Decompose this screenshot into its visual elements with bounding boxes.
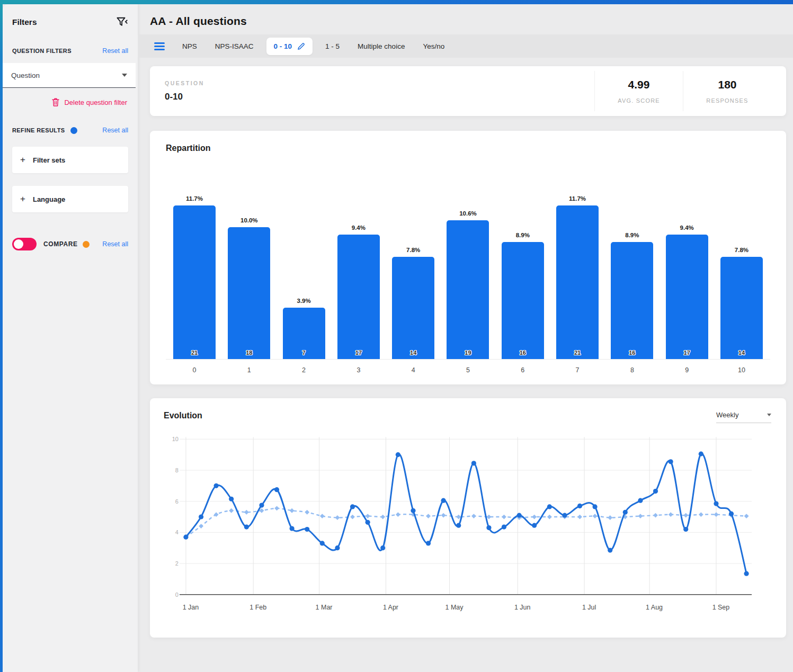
bar: 21 [556,205,599,359]
bar-x-label: 5 [447,366,489,374]
tab-nps[interactable]: NPS [173,42,206,50]
question-summary-card: QUESTION 0-10 4.99 AVG. SCORE 180 RESPON… [150,66,786,116]
responses-value: 180 [683,78,771,91]
edit-icon[interactable] [297,42,305,50]
x-tick-label: 1 May [445,604,464,611]
x-tick-label: 1 Mar [316,604,333,611]
bar-column: 10.0%18 [228,217,270,359]
question-filters-label: QUESTION FILTERS [12,48,72,54]
bar-count-label: 16 [611,350,653,356]
bar-percent-label: 3.9% [297,298,310,304]
y-tick-label: 10 [172,436,179,442]
bar-column: 9.4%17 [666,225,708,359]
tab-0-10[interactable]: 0 - 10 [266,38,313,55]
main-content: AA - All questions NPS NPS-ISAAC 0 - 10 … [138,4,793,672]
weekly-score-point [502,524,506,529]
bar-percent-label: 11.7% [186,195,203,202]
question-filter-select[interactable]: Question [3,63,136,88]
responses-label: RESPONSES [683,97,771,104]
delete-question-filter-button[interactable]: Delete question filter [12,98,128,106]
question-filters-reset-link[interactable]: Reset all [102,47,128,55]
weekly-score-point [744,571,749,576]
bar-percent-label: 10.0% [240,217,258,223]
y-tick-label: 4 [175,529,179,535]
language-expander[interactable]: + Language [12,186,128,212]
x-tick-label: 1 Feb [250,604,266,611]
repartition-bar-chart: 11.7%2110.0%183.9%79.4%177.8%1410.6%198.… [166,185,770,360]
weekly-score-point [426,541,431,545]
avg-score-label: AVG. SCORE [595,97,683,104]
plus-icon: + [20,155,25,165]
bar-column: 8.9%16 [611,232,653,359]
weekly-score-point [699,452,703,456]
x-tick-label: 1 Aug [646,604,663,611]
bar-percent-label: 7.8% [735,247,749,253]
bar-x-label: 1 [228,366,270,374]
y-tick-label: 8 [175,467,179,473]
weekly-score-point [396,452,400,457]
x-tick-label: 1 Apr [383,604,398,611]
evolution-header: Evolution Weekly [164,411,772,423]
weekly-score-point [683,527,688,532]
weekly-score-point [305,527,309,532]
refine-results-reset-link[interactable]: Reset all [102,127,128,134]
bar-count-label: 7 [283,350,325,356]
bar: 21 [173,205,216,359]
period-select[interactable]: Weekly [716,411,771,423]
weekly-score-point [350,504,355,509]
language-label: Language [33,195,65,203]
compare-toggle[interactable] [12,238,37,250]
y-tick-label: 6 [175,498,179,505]
filter-sets-expander[interactable]: + Filter sets [12,147,128,173]
average-point [699,512,703,517]
bar-percent-label: 8.9% [625,232,639,238]
average-point [683,513,688,518]
average-point [487,515,492,519]
weekly-score-point [411,508,415,513]
toggle-knob [14,239,23,249]
filter-sets-label: Filter sets [33,156,65,164]
weekly-score-point [214,483,219,488]
weekly-score-point [289,526,294,531]
bar-column: 7.8%14 [720,247,763,359]
bar-column: 3.9%7 [283,298,325,359]
question-stats: 4.99 AVG. SCORE 180 RESPONSES [594,71,771,111]
average-point [426,514,431,518]
menu-icon[interactable] [154,42,165,50]
filter-collapse-icon[interactable] [117,17,128,27]
weekly-score-point [669,459,673,464]
weekly-score-point [229,497,234,501]
average-point [199,524,203,528]
tab-yes-no[interactable]: Yes/no [414,42,453,50]
weekly-score-point [623,510,628,515]
bar-x-label: 6 [502,366,544,374]
tab-1-5[interactable]: 1 - 5 [316,42,349,50]
weekly-score-point [183,535,188,540]
question-filter-select-value: Question [11,71,40,79]
page-title: AA - All questions [150,15,786,28]
refine-results-indicator-dot [70,127,77,134]
bar: 18 [228,227,270,359]
x-tick-label: 1 Jan [183,604,199,611]
refine-results-row: REFINE RESULTS Reset all [12,127,128,134]
compare-indicator-dot [83,241,90,248]
bar-count-label: 16 [502,350,544,356]
tab-nps-isaac[interactable]: NPS-ISAAC [206,42,263,50]
bar-count-label: 21 [556,350,599,356]
weekly-score-point [608,548,612,553]
evolution-line-chart: 1 Jan1 Feb1 Mar1 Apr1 May1 Jun1 Jul1 Aug… [164,429,772,616]
average-point [335,515,340,520]
y-tick-label: 0 [175,592,179,598]
bar-count-label: 17 [666,350,708,356]
weekly-score-point [471,461,476,465]
compare-reset-link[interactable]: Reset all [102,240,128,248]
average-point [396,512,400,517]
bar: 19 [447,220,489,359]
average-point [441,513,446,518]
average-point [366,514,370,518]
tab-multiple-choice[interactable]: Multiple choice [349,42,414,50]
average-point [229,508,234,513]
bar: 17 [666,235,708,359]
tab-0-10-label: 0 - 10 [274,42,292,50]
caret-down-icon [122,74,127,77]
